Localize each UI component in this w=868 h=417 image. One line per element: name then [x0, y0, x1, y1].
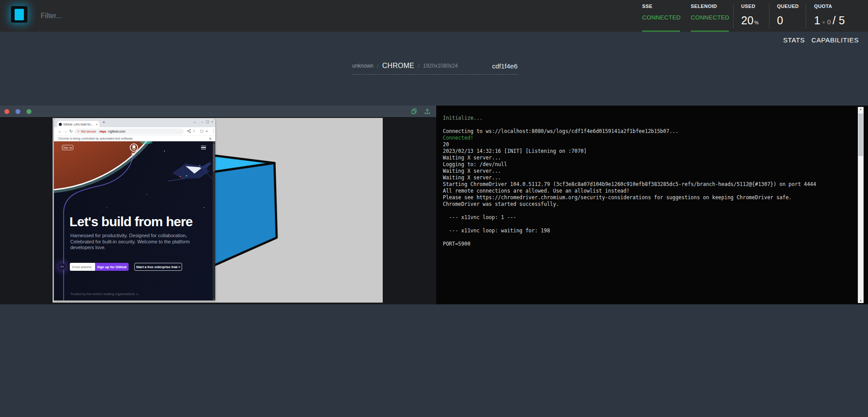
log-scrollbar[interactable]: ▲ ▼: [858, 107, 864, 303]
status-separator: [733, 4, 734, 28]
tab-title: GitHub: Let's build from here: [63, 123, 95, 126]
window-minimize-icon[interactable]: –: [201, 120, 203, 124]
drawn-cube: [212, 152, 283, 269]
log-line: Logging to: /dev/null: [443, 161, 849, 168]
session-id[interactable]: cdf1f4e6: [492, 62, 518, 70]
quota-plus: +: [822, 19, 826, 26]
log-lines: Initialize... Connecting to ws://localho…: [443, 115, 849, 247]
infobar-close-icon[interactable]: ✕: [209, 137, 212, 141]
enterprise-trial-button[interactable]: Start a free enterprise trial >: [134, 263, 182, 271]
chrome-window: GitHub: Let's build from here × + ⌄ – ▢ …: [54, 118, 215, 300]
window-maximize-icon[interactable]: ▢: [206, 120, 209, 124]
log-line: [443, 121, 849, 128]
log-scrollbar-thumb[interactable]: [858, 114, 863, 156]
upload-icon[interactable]: [424, 108, 430, 114]
quota-used: 1: [814, 14, 820, 27]
vnc-panel: GitHub: Let's build from here × + ⌄ – ▢ …: [0, 106, 436, 304]
close-session-button[interactable]: [4, 109, 9, 114]
reading-list-icon[interactable]: ▢: [200, 129, 204, 133]
app-header: SSE CONNECTED SELENOID CONNECTED USED 20…: [0, 0, 868, 32]
sse-label: SSE: [642, 4, 652, 9]
log-line: Waiting X server...: [443, 168, 849, 174]
log-line: Connected!: [443, 135, 849, 141]
log-line: Please see https://chromedriver.chromium…: [443, 194, 849, 201]
hamburger-menu-icon[interactable]: [201, 146, 206, 150]
log-line: Waiting X server...: [443, 155, 849, 161]
avatar[interactable]: ●: [206, 129, 208, 133]
url-text: ://github.com: [107, 130, 125, 133]
selenoid-logo[interactable]: [11, 6, 28, 23]
log-line: Connecting to ws://localhost:8080/ws/log…: [443, 128, 849, 135]
session-separator: /: [377, 63, 379, 69]
bookmark-star-icon[interactable]: ☆: [192, 129, 195, 133]
filter-input[interactable]: [41, 7, 226, 25]
tab-capabilities[interactable]: CAPABILITIES: [811, 36, 859, 44]
session-separator: /: [418, 63, 420, 69]
page-scrollbar[interactable]: ▲ ▼: [213, 141, 215, 300]
chrome-menu-icon[interactable]: ⋮: [212, 129, 215, 133]
used-number: 20: [741, 14, 754, 27]
session-info: unknown / CHROME / 1920x1080x24: [352, 62, 458, 70]
status-selenoid: SELENOID CONNECTED: [688, 0, 732, 32]
log-line: PORT=5900: [443, 241, 849, 247]
github-signup-nav-button[interactable]: Sign up: [62, 145, 73, 150]
remote-desktop[interactable]: GitHub: Let's build from here × + ⌄ – ▢ …: [53, 118, 383, 303]
scroll-up-icon[interactable]: ▲: [213, 141, 215, 144]
fullscreen-button[interactable]: [27, 109, 31, 114]
tab-search-chevron-icon[interactable]: ⌄: [193, 120, 196, 124]
log-line: 20: [443, 141, 849, 148]
queued-value: 0: [777, 14, 783, 27]
log-line: Waiting X server...: [443, 174, 849, 181]
status-used: USED 20%: [739, 0, 768, 32]
scroll-down-icon[interactable]: ▼: [213, 298, 215, 300]
not-secure-warning-icon: ⚠: [77, 129, 80, 133]
log-line: --- x11vnc loop: 1 ---: [443, 214, 849, 221]
address-bar[interactable]: ⚠ Not secure | https ://github.com: [74, 129, 184, 134]
subtitle-line: Harnessed for productivity. Designed for…: [70, 233, 190, 239]
back-icon[interactable]: ←: [58, 129, 62, 133]
quota-label: QUOTA: [814, 4, 832, 9]
browser-tab[interactable]: GitHub: Let's build from here ×: [57, 121, 99, 127]
window-close-icon[interactable]: ×: [211, 120, 213, 124]
subtitle-line: developers love.: [70, 245, 190, 251]
scroll-down-icon[interactable]: ▼: [858, 299, 864, 302]
reload-icon[interactable]: ↻: [69, 129, 73, 133]
scrollbar-thumb[interactable]: [213, 144, 215, 171]
copy-icon[interactable]: [411, 108, 417, 114]
vnc-window-titlebar: [0, 106, 436, 117]
github-signup-button[interactable]: Sign up for GitHub: [95, 263, 129, 271]
spacecraft-illustration: [168, 162, 213, 182]
code-icon: <>: [59, 263, 65, 270]
chrome-tabstrip: GitHub: Let's build from here × + ⌄ – ▢ …: [54, 118, 215, 127]
infobar-message: Chrome is being controlled by automated …: [58, 137, 133, 140]
scroll-up-icon[interactable]: ▲: [858, 108, 864, 110]
log-line: [443, 208, 849, 214]
session-row[interactable]: unknown / CHROME / 1920x1080x24 cdf1f4e6: [352, 57, 518, 75]
used-value: 20%: [741, 14, 759, 27]
minimize-button[interactable]: [15, 109, 20, 114]
sse-value: CONNECTED: [642, 14, 681, 21]
status-sse: SSE CONNECTED: [640, 0, 684, 32]
selenoid-ui-app: SSE CONNECTED SELENOID CONNECTED USED 20…: [0, 0, 868, 417]
selenoid-label: SELENOID: [691, 4, 717, 9]
new-tab-button[interactable]: +: [103, 120, 105, 125]
session-log-panel: Initialize... Connecting to ws://localho…: [436, 106, 868, 304]
quota-total: / 5: [833, 14, 845, 27]
quota-value: 1+0/ 5: [814, 14, 845, 27]
github-hero-subtitle: Harnessed for productivity. Designed for…: [70, 233, 190, 251]
forward-icon[interactable]: →: [64, 129, 68, 133]
email-field[interactable]: [70, 263, 95, 271]
vnc-screen[interactable]: GitHub: Let's build from here × + ⌄ – ▢ …: [0, 117, 436, 304]
session-name: unknown: [352, 63, 373, 69]
quota-pending: 0: [827, 18, 831, 26]
selenoid-logo-square: [15, 9, 24, 20]
share-icon[interactable]: [187, 129, 191, 133]
url-divider: |: [97, 130, 98, 133]
status-separator: [769, 4, 769, 28]
log-line: Starting ChromeDriver 104.0.5112.79 (3cf…: [443, 181, 849, 188]
log-line: All remote connections are allowed. Use …: [443, 188, 849, 194]
tab-close-icon[interactable]: ×: [96, 123, 98, 126]
tab-stats[interactable]: STATS: [783, 36, 805, 44]
github-hero-title: Let's build from here: [69, 214, 206, 229]
session-browser: CHROME: [382, 62, 415, 70]
